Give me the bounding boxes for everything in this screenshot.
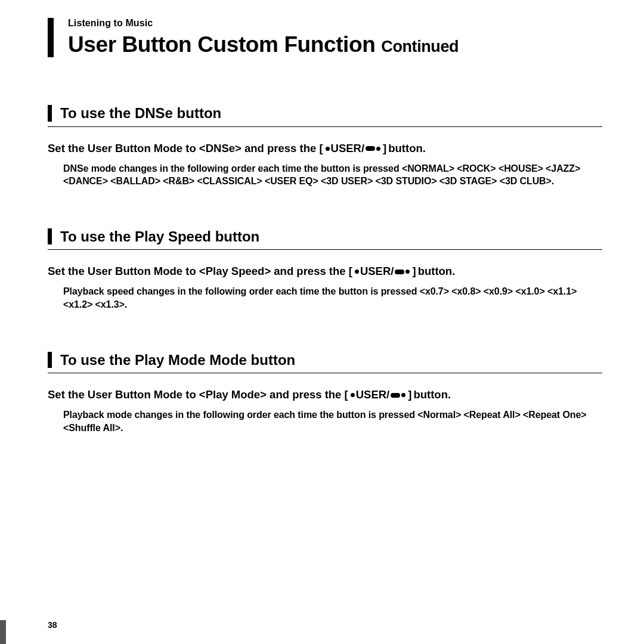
pill-icon — [395, 270, 404, 274]
instruction-line: Set the User Button Mode to <Play Mode> … — [48, 388, 602, 402]
side-tab-icon — [0, 620, 6, 644]
instruction-pre: Set the User Button Mode to <DNSe> and p… — [48, 141, 323, 156]
detail-text: Playback mode changes in the following o… — [48, 408, 602, 434]
page-title: User Button Custom Function Continued — [68, 32, 602, 57]
button-word: button. — [418, 264, 456, 279]
user-button-icon: USER/ — [326, 141, 381, 156]
instruction-pre: Set the User Button Mode to <Play Mode> … — [48, 388, 348, 402]
section-play-speed: To use the Play Speed button Set the Use… — [48, 228, 602, 311]
instruction-post: ] — [412, 264, 416, 279]
instruction-line: Set the User Button Mode to <Play Speed>… — [48, 264, 602, 279]
user-button-icon: USER/ — [355, 264, 410, 279]
user-label: USER/ — [360, 264, 394, 279]
dot-icon — [405, 270, 410, 274]
instruction-pre: Set the User Button Mode to <Play Speed>… — [48, 264, 352, 279]
dot-icon — [376, 147, 380, 151]
section-heading: To use the DNSe button — [48, 105, 602, 122]
button-word: button. — [413, 388, 451, 402]
pill-icon — [366, 146, 375, 151]
dot-icon — [355, 270, 359, 274]
section-heading: To use the Play Mode Mode button — [48, 352, 602, 369]
dot-icon — [351, 393, 355, 397]
breadcrumb: Listening to Music — [68, 18, 602, 29]
section-heading: To use the Play Speed button — [48, 228, 602, 245]
instruction-line: Set the User Button Mode to <DNSe> and p… — [48, 141, 602, 156]
page-title-main: User Button Custom Function — [68, 32, 375, 57]
page-number: 38 — [48, 620, 57, 630]
instruction-post: ] — [383, 141, 386, 156]
section-play-mode: To use the Play Mode Mode button Set the… — [48, 352, 602, 435]
detail-text: Playback speed changes in the following … — [48, 285, 602, 311]
section-dnse: To use the DNSe button Set the User Butt… — [48, 105, 602, 188]
user-label: USER/ — [356, 388, 390, 402]
page-header: Listening to Music User Button Custom Fu… — [48, 18, 602, 57]
dot-icon — [401, 393, 405, 397]
pill-icon — [391, 393, 400, 398]
user-button-icon: USER/ — [351, 388, 406, 402]
detail-text: DNSe mode changes in the following order… — [48, 162, 602, 188]
page-title-continued: Continued — [381, 38, 459, 55]
button-word: button. — [388, 141, 426, 156]
instruction-post: ] — [408, 388, 411, 402]
dot-icon — [326, 147, 330, 151]
user-label: USER/ — [331, 141, 365, 156]
